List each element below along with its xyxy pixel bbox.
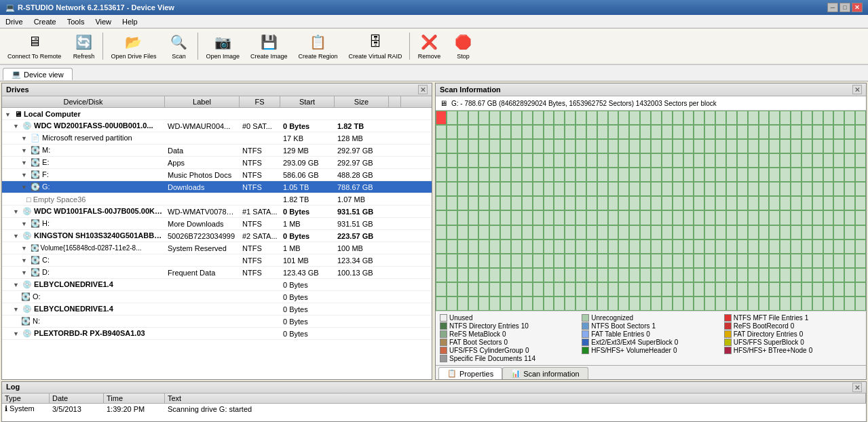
table-row[interactable]: ▼ 🖥 Local Computer [2,108,432,120]
menu-tools[interactable]: Tools [62,16,90,27]
grid-cell [812,168,823,182]
table-row[interactable]: 💽 O: 0 Bytes [2,291,432,303]
scan-information-tab[interactable]: 📊 Scan information [502,367,588,379]
grid-cell [823,268,834,282]
drives-panel-header: Drives ✕ [2,83,432,96]
legend-count: 0 [504,339,508,346]
grid-cell [618,239,629,254]
table-row[interactable]: ▼ 💿 ELBYCLONEDRIVE1.4 0 Bytes [2,303,432,315]
table-row[interactable]: ▼ 💽 M: Data NTFS 129 MB 292.97 GB [2,145,432,157]
menu-help[interactable]: Help [117,16,143,27]
maximize-button[interactable]: □ [839,3,850,12]
grid-cell [662,182,673,196]
row-label [165,296,240,298]
remove-button[interactable]: ❌ Remove [413,30,445,62]
menu-drive[interactable]: Drive [0,16,29,27]
table-row[interactable]: 💽 N: 0 Bytes [2,315,432,328]
expand-icon: ▼ [5,111,11,118]
grid-cell [726,296,737,311]
table-row[interactable]: ▼ 💿 WDC WD2001FASS-00U0B001.0... WD-WMAU… [2,120,432,132]
legend-item: UFS/FFS SuperBlock 0 [724,339,862,346]
device-view-tab[interactable]: 💻 Device view [3,68,73,80]
table-row[interactable]: □ Empty Space36 1.82 TB 1.07 MB [2,193,432,206]
grid-cell [769,111,780,125]
grid-cell [511,239,522,254]
legend-label: FAT Table Entries [591,330,644,338]
scan-panel-close[interactable]: ✕ [852,85,862,94]
title-bar-controls: ─ □ ✕ [827,3,863,12]
grid-cell [436,268,447,282]
grid-cell [791,225,801,239]
expand-icon: ▼ [21,257,27,264]
create-image-button[interactable]: 💾 Create Image [246,30,293,62]
grid-cell [457,239,468,254]
table-row[interactable]: ▼ 💽 C: NTFS 101 MB 123.34 GB [2,254,432,267]
create-virtual-raid-button[interactable]: 🗄 Create Virtual RAID [344,30,407,62]
row-name: ▼ 💿 WDC WD2001FASS-00U0B001.0... [2,121,165,131]
expand-icon: ▼ [21,220,27,227]
scan-button[interactable]: 🔍 Scan [162,30,195,62]
table-row[interactable]: ▼ 💽 Volume{165848cd-0287-11e2-8... Syste… [2,242,432,254]
minimize-button[interactable]: ─ [827,3,838,12]
open-drive-files-button[interactable]: 📂 Open Drive Files [106,30,161,62]
menu-view[interactable]: View [90,16,117,27]
grid-cell [468,282,479,296]
grid-cell [683,239,694,254]
properties-tab[interactable]: 📋 Properties [438,367,502,379]
grid-cell [489,210,500,225]
connect-to-remote-button[interactable]: 🖥 Connect To Remote [3,30,66,62]
legend-item: UFS/FFS CylinderGroup 0 [440,347,578,354]
grid-cell [737,111,748,125]
table-row[interactable]: ▼ 📄 Microsoft reserved partition 17 KB 1… [2,132,432,145]
grid-cell [715,268,726,282]
close-button[interactable]: ✕ [852,3,863,12]
table-row[interactable]: ▼ 💽 D: Frequent Data NTFS 123.43 GB 100.… [2,267,432,279]
grid-cell [597,125,608,139]
grid-cell [694,196,704,210]
table-row[interactable]: ▼ 💽 H: More Downloads NTFS 1 MB 931.51 G… [2,218,432,230]
table-row[interactable]: ▼ 💽 E: Apps NTFS 293.09 GB 292.97 GB [2,157,432,169]
log-close[interactable]: ✕ [852,383,862,392]
grid-cell [673,210,683,225]
tab-bar: 💻 Device view [0,65,868,81]
legend-color-box [440,347,447,354]
stop-button[interactable]: 🛑 Stop [447,30,479,62]
grid-cell [801,239,812,254]
open-image-button[interactable]: 📷 Open Image [201,30,244,62]
partition-icon: 💽 [21,317,31,325]
table-row[interactable]: ▼ 💿 PLEXTORBD-R PX-B940SA1.03 0 Bytes [2,328,432,340]
grid-cell [855,153,866,168]
grid-cell [468,210,479,225]
grid-cell [748,111,759,125]
row-fs [240,138,280,139]
grid-cell [780,296,791,311]
table-row[interactable]: ▼ 💿 ELBYCLONEDRIVE1.4 0 Bytes [2,279,432,291]
row-label: More Downloads [165,219,240,229]
grid-cell [597,296,608,311]
grid-cell [823,225,834,239]
refresh-button[interactable]: 🔄 Refresh [67,30,100,62]
grid-cell [833,296,844,311]
grid-cell [554,125,565,139]
table-row[interactable]: ▼ 💿 KINGSTON SH103S3240G501ABBF0 50026B7… [2,230,432,242]
grid-cell [478,239,489,254]
grid-cell [769,196,780,210]
table-row[interactable]: ▼ 💽 F: Music Photos Docs NTFS 586.06 GB … [2,169,432,181]
grid-cell [478,225,489,239]
grid-cell [447,239,457,254]
menu-create[interactable]: Create [29,16,62,27]
table-row[interactable]: ▼ 💿 WDC WD1001FALS-00J7B005.00K05 WD-WMA… [2,206,432,218]
grid-cell [737,182,748,196]
grid-cell [511,210,522,225]
table-row[interactable]: ▼ 💽 G: Downloads NTFS 1.05 TB 788.67 GB [2,181,432,193]
legend-color-box [582,347,589,354]
grid-cell [544,239,554,254]
grid-cell [833,282,844,296]
legend-item: HFS/HFS+ BTree+Node 0 [724,347,862,354]
create-region-button[interactable]: 📋 Create Region [293,30,342,62]
grid-cell [673,168,683,182]
grid-cell [478,153,489,168]
grid-cell [511,196,522,210]
drives-panel-close[interactable]: ✕ [418,85,428,94]
grid-cell [855,139,866,153]
